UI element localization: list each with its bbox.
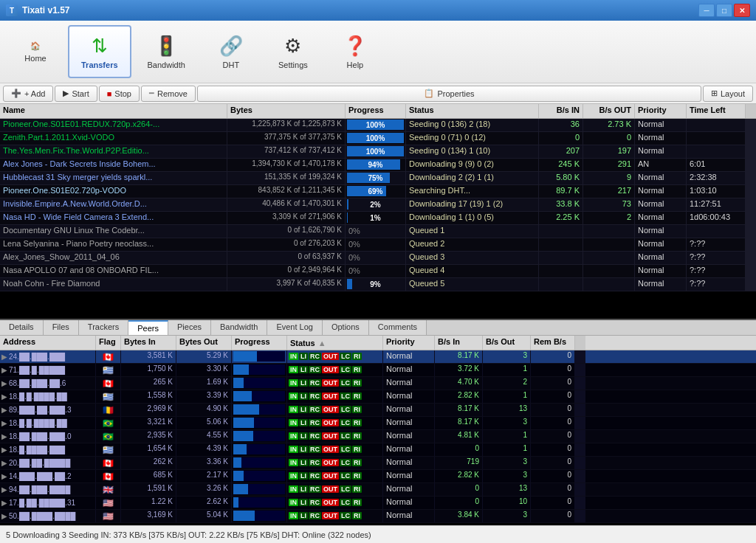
out-badge: OUT: [322, 419, 339, 426]
peer-row[interactable]: ▶ 50.██.████.████ 🇺🇸 3,169 K 5.04 K IN L…: [0, 510, 756, 523]
peer-row[interactable]: ▶ 17.█.██.█████.31 🇺🇸 1.22 K 2.62 K IN L…: [0, 497, 756, 510]
transfer-bsin: 33.8 K: [539, 198, 583, 211]
out-badge: OUT: [322, 512, 339, 519]
stop-button[interactable]: ■ Stop: [99, 86, 140, 102]
status-badge: IN LI RC OUT LC RI: [289, 512, 362, 519]
peers-col-progress: Progress: [232, 336, 287, 350]
add-button[interactable]: ➕ + Add: [3, 86, 53, 102]
remove-icon: ━: [149, 89, 154, 98]
minimize-button[interactable]: ─: [698, 4, 715, 17]
ri-badge: RI: [352, 419, 362, 426]
peer-priority: Normal: [383, 510, 435, 522]
peer-row[interactable]: ▶ 14.███.███.██.2 🇨🇦 685 K 2.17 K IN LI …: [0, 470, 756, 483]
transfer-row[interactable]: Pioneer.One.S01E01.REDUX.720p.x264-... 1…: [0, 119, 756, 132]
peer-address: ▶ 71.██.█.█████: [0, 364, 96, 376]
transfer-row[interactable]: Alex Jones - Dark Secrets Inside Bohem..…: [0, 159, 756, 172]
peer-bsin: 0: [435, 483, 483, 496]
tab-options[interactable]: Options: [323, 320, 369, 335]
peers-col-bytesout: Bytes Out: [176, 336, 232, 350]
lc-badge: LC: [340, 432, 351, 440]
peer-row[interactable]: ▶ 18.█.█.████.██ 🇺🇾 1,558 K 3.39 K IN LI…: [0, 390, 756, 404]
bandwidth-button[interactable]: 🚦 Bandwidth: [134, 25, 199, 78]
transfer-name: Nasa APOLLO 07 and 08 ONBOARD FIL...: [0, 265, 227, 277]
start-button[interactable]: ▶ Start: [55, 86, 97, 102]
peer-priority: Normal: [383, 390, 435, 403]
tab-details[interactable]: Details: [0, 320, 44, 335]
tab-comments[interactable]: Comments: [369, 320, 427, 335]
transfer-row[interactable]: Zenith.Part.1.2011.Xvid-VODO 377,375 K o…: [0, 132, 756, 145]
transfer-row[interactable]: The.Yes.Men.Fix.The.World.P2P.Editio... …: [0, 145, 756, 159]
status-badge: IN LI RC OUT LC RI: [289, 379, 362, 387]
transfer-row[interactable]: Lena Selyanina - Piano Poetry neoclass..…: [0, 238, 756, 252]
in-badge: IN: [289, 499, 298, 506]
transfer-bsin: 0: [539, 132, 583, 145]
dht-button[interactable]: 🔗 DHT: [202, 25, 261, 78]
in-badge: IN: [289, 366, 298, 373]
peer-rembps: 0: [531, 430, 575, 443]
home-button[interactable]: 🏠 Home: [6, 25, 65, 78]
peer-rembps: 0: [531, 457, 575, 469]
transfer-bsin: 89.7 K: [539, 185, 583, 198]
transfer-row[interactable]: Hubblecast 31 Sky merger yields sparkl..…: [0, 172, 756, 185]
transfer-bsout: 2.73 K: [583, 119, 635, 131]
peer-flag: 🇬🇧: [96, 483, 121, 496]
peer-row[interactable]: ▶ 94.██.███.████ 🇬🇧 1,591 K 3.26 K IN LI…: [0, 483, 756, 497]
out-badge: OUT: [322, 472, 339, 480]
tab-files[interactable]: Files: [44, 320, 79, 335]
transfer-progress: 94%: [346, 159, 406, 171]
help-button[interactable]: ❓ Help: [326, 25, 385, 78]
peer-progress: [233, 431, 285, 441]
transfer-row[interactable]: Noah Cohn - Fire Diamond 3,997 K of 40,8…: [0, 278, 756, 291]
settings-button[interactable]: ⚙ Settings: [264, 25, 323, 78]
tab-pieces[interactable]: Pieces: [168, 320, 211, 335]
peer-priority: Normal: [383, 364, 435, 376]
peer-row[interactable]: ▶ 68.██.███.██.6 🇨🇦 265 K 1.69 K IN LI R…: [0, 377, 756, 390]
tab-peers[interactable]: Peers: [128, 320, 168, 335]
tab-bandwidth[interactable]: Bandwidth: [211, 320, 267, 335]
transfer-name: Alex Jones - Dark Secrets Inside Bohem..…: [0, 159, 227, 171]
status-badge: IN LI RC OUT LC RI: [289, 499, 362, 506]
peer-row[interactable]: ▶ 20.██.██.█████ 🇨🇦 262 K 3.36 K IN LI R…: [0, 457, 756, 470]
transfer-row[interactable]: Documentary GNU Linux The Codebr... 0 of…: [0, 225, 756, 238]
maximize-button[interactable]: □: [716, 4, 732, 17]
peer-bytesin: 1,591 K: [121, 483, 176, 496]
peer-row[interactable]: ▶ 18.█.█.████.██ 🇧🇷 3,321 K 5.06 K IN LI…: [0, 417, 756, 430]
peer-bytesout: 3.39 K: [176, 390, 232, 403]
out-badge: OUT: [322, 446, 339, 453]
transfer-bytes: 737,412 K of 737,412 K: [227, 145, 346, 158]
peer-bytesin: 2,935 K: [121, 430, 176, 443]
transfer-bsout: 291: [583, 159, 635, 171]
peer-row[interactable]: ▶ 89.███.██.███.3 🇷🇴 2,969 K 4.90 K IN L…: [0, 404, 756, 417]
transfer-row[interactable]: Nasa APOLLO 07 and 08 ONBOARD FIL... 0 o…: [0, 265, 756, 278]
peer-status-cell: IN LI RC OUT LC RI: [287, 390, 383, 403]
li-badge: LI: [299, 472, 308, 480]
transfer-row[interactable]: Alex_Jones_Show_2011_04_06 0 of 63,937 K…: [0, 252, 756, 265]
peer-scroll: [575, 443, 585, 456]
peer-bsout: 2: [483, 377, 531, 390]
transfer-bytes: 151,335 K of 199,324 K: [227, 172, 346, 184]
close-button[interactable]: ✕: [734, 4, 750, 17]
transfers-button[interactable]: ⇅ Transfers: [68, 25, 131, 78]
peer-row[interactable]: ▶ 71.██.█.█████ 🇺🇾 1,750 K 3.30 K IN LI …: [0, 364, 756, 377]
remove-button[interactable]: ━ Remove: [141, 86, 196, 102]
transfer-row[interactable]: Invisible.Empire.A.New.World.Order.D... …: [0, 198, 756, 212]
peer-priority: Normal: [383, 483, 435, 496]
peer-row[interactable]: ▶ 24.██.███.███ 🇨🇦 3,581 K 5.29 K IN LI …: [0, 350, 756, 364]
transfer-row[interactable]: Nasa HD - Wide Field Camera 3 Extend... …: [0, 212, 756, 225]
peer-bytesin: 265 K: [121, 377, 176, 390]
transfer-row[interactable]: Pioneer.One.S01E02.720p-VODO 843,852 K o…: [0, 185, 756, 198]
peer-bytesout: 3.30 K: [176, 364, 232, 376]
peer-priority: Normal: [383, 470, 435, 483]
tab-event log[interactable]: Event Log: [267, 320, 323, 335]
peer-row[interactable]: ▶ 18.█.████.███ 🇺🇾 1,654 K 4.39 K IN LI …: [0, 443, 756, 457]
properties-button[interactable]: 📋 Properties: [197, 86, 701, 102]
layout-button[interactable]: ⊞ Layout: [703, 86, 753, 102]
transfer-status: Seeding 0 (134) 1 (10): [406, 145, 539, 158]
ri-badge: RI: [352, 432, 362, 440]
transfer-bytes: 1,225,873 K of 1,225,873 K: [227, 119, 346, 131]
peer-bsout: 13: [483, 404, 531, 416]
tab-trackers[interactable]: Trackers: [79, 320, 128, 335]
lc-badge: LC: [340, 353, 351, 360]
col-priority: Priority: [635, 104, 687, 118]
peer-row[interactable]: ▶ 18.██.███.███.0 🇧🇷 2,935 K 4.55 K IN L…: [0, 430, 756, 443]
